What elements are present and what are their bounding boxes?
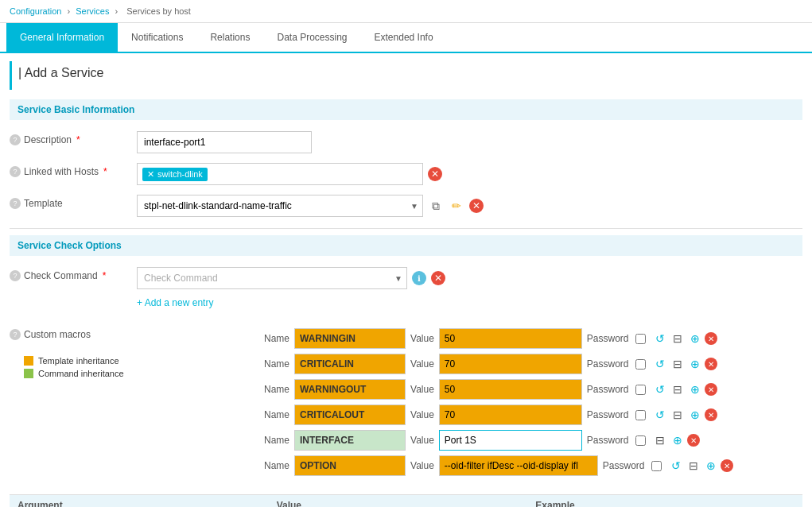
- custom-macros-section: ? Custom macros Template inheritance Com…: [10, 319, 802, 485]
- add-entry-link[interactable]: + Add a new entry: [137, 294, 213, 312]
- macro-reset-button[interactable]: ↺: [652, 381, 668, 397]
- macro-row: Name Value Password ⊟ ⊕ ✕: [264, 428, 802, 453]
- macro-password-checkbox[interactable]: [635, 359, 646, 370]
- breadcrumb-configuration[interactable]: Configuration: [10, 6, 61, 16]
- macro-name-input[interactable]: [294, 328, 406, 349]
- macro-row: Name Value Password ↺ ⊟ ⊕ ✕: [264, 351, 802, 377]
- template-row: ? Template stpl-net-dlink-standard-name-…: [10, 190, 802, 222]
- help-icon-description[interactable]: ?: [10, 134, 21, 145]
- linked-hosts-row: ? Linked with Hosts * ✕ switch-dlink ✕: [10, 158, 802, 190]
- macro-row: Name Value Password ↺ ⊟ ⊕ ✕: [264, 377, 802, 402]
- args-col-value: Value: [277, 500, 536, 507]
- breadcrumb-services[interactable]: Services: [76, 6, 109, 16]
- linked-hosts-clear-button[interactable]: ✕: [428, 167, 442, 181]
- macro-password-checkbox[interactable]: [635, 334, 646, 344]
- help-icon-custom-macros[interactable]: ?: [10, 329, 21, 340]
- args-col-example: Example: [535, 500, 795, 507]
- macro-table: Name Value Password ↺ ⊟ ⊕ ✕ Name Value: [264, 326, 802, 478]
- legend-green-box: [24, 369, 33, 378]
- description-row: ? Description *: [10, 126, 802, 158]
- macro-icons: ↺ ⊟ ⊕ ✕: [652, 356, 717, 372]
- macro-move-button[interactable]: ⊕: [687, 331, 703, 346]
- macro-name-input[interactable]: [294, 379, 406, 400]
- macro-reset-button[interactable]: ↺: [652, 407, 668, 423]
- macro-value-input[interactable]: [439, 379, 582, 400]
- macro-value-input[interactable]: [439, 404, 582, 425]
- linked-hosts-tag: ✕ switch-dlink: [142, 168, 208, 181]
- macro-reset-button[interactable]: ↺: [652, 356, 668, 372]
- macro-reset-button[interactable]: ↺: [652, 331, 668, 346]
- macro-move-button[interactable]: ⊕: [687, 407, 703, 423]
- macro-password-checkbox[interactable]: [635, 385, 646, 395]
- macro-remove-button[interactable]: ✕: [705, 408, 717, 421]
- tab-relations[interactable]: Relations: [196, 23, 263, 52]
- macro-icons: ↺ ⊟ ⊕ ✕: [652, 381, 717, 397]
- macro-value-input[interactable]: [439, 354, 582, 374]
- linked-hosts-tag-input[interactable]: ✕ switch-dlink: [137, 163, 423, 185]
- tabs-bar: General Information Notifications Relati…: [0, 23, 812, 53]
- macro-icons: ↺ ⊟ ⊕ ✕: [652, 407, 717, 423]
- macro-remove-button[interactable]: ✕: [705, 383, 717, 396]
- macro-icons: ↺ ⊟ ⊕ ✕: [668, 458, 733, 474]
- tab-extended-info[interactable]: Extended Info: [361, 23, 447, 52]
- macro-description-button[interactable]: ⊟: [686, 458, 701, 474]
- macro-move-button[interactable]: ⊕: [687, 356, 703, 372]
- description-input[interactable]: [137, 131, 312, 153]
- template-clear-button[interactable]: ✕: [469, 199, 484, 213]
- check-command-select[interactable]: Check Command: [137, 267, 407, 289]
- check-command-clear-button[interactable]: ✕: [431, 271, 445, 285]
- macro-row: Name Value Password ↺ ⊟ ⊕ ✕: [264, 326, 802, 351]
- macro-row: Name Value Password ↺ ⊟ ⊕ ✕: [264, 402, 802, 428]
- macro-name-input[interactable]: [294, 404, 406, 425]
- macro-remove-button[interactable]: ✕: [705, 332, 717, 345]
- macro-description-button[interactable]: ⊟: [652, 432, 668, 448]
- legend-command-inheritance: Command inheritance: [24, 369, 124, 378]
- macro-description-button[interactable]: ⊟: [670, 356, 686, 372]
- check-command-label: Check Command: [24, 270, 98, 281]
- help-icon-template[interactable]: ?: [10, 198, 21, 209]
- macro-password-checkbox[interactable]: [635, 410, 646, 420]
- macro-move-button[interactable]: ⊕: [687, 381, 703, 397]
- macro-description-button[interactable]: ⊟: [670, 407, 686, 423]
- help-icon-check-command[interactable]: ?: [10, 270, 21, 281]
- template-copy-button[interactable]: ⧉: [428, 198, 444, 214]
- check-command-row: ? Check Command * Check Command ▼ ℹ ✕ + …: [10, 262, 802, 319]
- macro-description-button[interactable]: ⊟: [670, 331, 686, 346]
- macro-name-input[interactable]: [294, 430, 406, 451]
- section-basic-info: Service Basic Information: [10, 99, 802, 120]
- macro-password-checkbox[interactable]: [635, 435, 646, 446]
- macro-name-input[interactable]: [294, 455, 406, 476]
- tab-notifications[interactable]: Notifications: [118, 23, 196, 52]
- macro-remove-button[interactable]: ✕: [705, 358, 717, 370]
- page-title: | Add a Service: [10, 61, 802, 90]
- template-select[interactable]: stpl-net-dlink-standard-name-traffic: [137, 195, 423, 217]
- args-col-argument: Argument: [17, 500, 277, 507]
- legend-orange-label: Template inheritance: [38, 356, 119, 366]
- macro-icons: ⊟ ⊕ ✕: [652, 432, 700, 448]
- legend-template-inheritance: Template inheritance: [24, 356, 124, 366]
- macro-name-input[interactable]: [294, 354, 406, 374]
- args-section: Argument Value Example No argument found…: [10, 494, 802, 507]
- description-label: Description: [24, 134, 72, 145]
- macro-remove-button[interactable]: ✕: [687, 434, 700, 447]
- check-command-info-button[interactable]: ℹ: [412, 271, 426, 285]
- linked-hosts-label: Linked with Hosts: [24, 166, 99, 177]
- tab-general-information[interactable]: General Information: [6, 23, 118, 52]
- tag-remove-icon[interactable]: ✕: [147, 169, 154, 180]
- macro-reset-button[interactable]: ↺: [668, 458, 684, 474]
- macro-value-input[interactable]: [439, 430, 582, 451]
- macro-description-button[interactable]: ⊟: [670, 381, 686, 397]
- macro-value-input[interactable]: [439, 328, 582, 349]
- macro-move-button[interactable]: ⊕: [670, 432, 686, 448]
- tab-data-processing[interactable]: Data Processing: [263, 23, 360, 52]
- template-label: Template: [24, 198, 63, 209]
- custom-macros-label: Custom macros: [24, 329, 124, 340]
- legend-green-label: Command inheritance: [38, 369, 124, 378]
- macro-value-input[interactable]: [439, 455, 598, 476]
- macro-password-checkbox[interactable]: [651, 461, 662, 471]
- tag-label: switch-dlink: [157, 169, 203, 179]
- help-icon-linked-hosts[interactable]: ?: [10, 166, 21, 177]
- template-edit-button[interactable]: ✏: [449, 198, 464, 214]
- macro-remove-button[interactable]: ✕: [721, 459, 733, 472]
- macro-move-button[interactable]: ⊕: [703, 458, 719, 474]
